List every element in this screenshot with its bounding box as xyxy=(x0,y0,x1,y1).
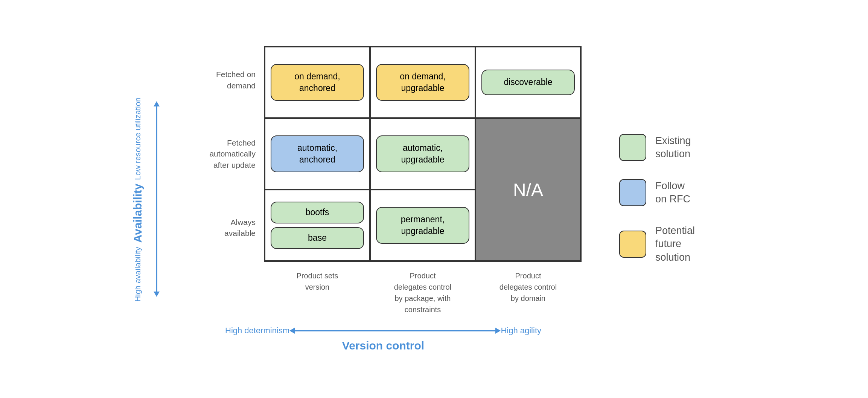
bottom-arrow-row: High determinism High agility xyxy=(225,326,541,336)
version-control-title: Version control xyxy=(342,339,424,352)
col-label-1: Productdelegates controlby package, with… xyxy=(370,270,475,315)
card-on-demand-anchored: on demand,anchored xyxy=(271,64,364,101)
col-label-2: Productdelegates controlby domain xyxy=(475,270,581,315)
legend-box-blue xyxy=(619,179,646,206)
legend-item-potential: Potentialfuturesolution xyxy=(619,224,743,264)
row-label-1: Fetchedautomaticallyafter update xyxy=(209,137,256,170)
card-on-demand-upgradable: on demand,upgradable xyxy=(376,64,469,101)
na-label: N/A xyxy=(513,179,543,200)
card-bootfs: bootfs xyxy=(271,202,364,223)
grid-with-row-labels: Fetched ondemand Fetchedautomaticallyaft… xyxy=(185,46,582,262)
card-base: base xyxy=(271,227,364,249)
legend-label-rfc: Followon RFC xyxy=(655,179,690,206)
bottom-axis: High determinism High agility Version co… xyxy=(225,326,541,352)
legend-label-potential: Potentialfuturesolution xyxy=(655,224,695,264)
card-automatic-upgradable: automatic,upgradable xyxy=(376,135,469,172)
cell-r2c0: bootfs base xyxy=(265,190,370,261)
avail-arrow xyxy=(151,101,162,297)
bottom-arrow-line xyxy=(293,330,497,331)
cell-r0c0: on demand,anchored xyxy=(265,47,370,118)
availability-axis: Low resource utilization Availability Hi… xyxy=(125,97,162,301)
card-permanent-upgradable: permanent,upgradable xyxy=(376,207,469,244)
row-label-0: Fetched ondemand xyxy=(216,69,256,91)
legend-box-green xyxy=(619,134,646,161)
legend-item-rfc: Followon RFC xyxy=(619,179,743,206)
row-label-2: Alwaysavailable xyxy=(224,217,256,239)
cell-na: N/A xyxy=(475,118,581,261)
main-content: Fetched ondemand Fetchedautomaticallyaft… xyxy=(185,46,582,352)
cell-r1c1: automatic,upgradable xyxy=(370,118,475,190)
avail-bottom-label: High availability xyxy=(133,247,142,302)
avail-title: Availability xyxy=(131,184,144,243)
col-label-0: Product setsversion xyxy=(265,270,370,315)
row-labels: Fetched ondemand Fetchedautomaticallyaft… xyxy=(185,46,264,262)
avail-top-label: Low resource utilization xyxy=(133,97,142,180)
col-labels: Product setsversion Productdelegates con… xyxy=(186,270,581,315)
cell-r0c1: on demand,upgradable xyxy=(370,47,475,118)
legend-label-existing: Existingsolution xyxy=(655,134,691,161)
page-container: Low resource utilization Availability Hi… xyxy=(0,0,868,398)
legend: Existingsolution Followon RFC Potentialf… xyxy=(619,134,743,264)
cell-r1c0: automatic,anchored xyxy=(265,118,370,190)
cell-r2c1: permanent,upgradable xyxy=(370,190,475,261)
legend-box-yellow xyxy=(619,231,646,258)
high-determinism-label: High determinism xyxy=(225,326,289,336)
avail-text-labels: Low resource utilization Availability Hi… xyxy=(125,97,151,301)
cell-r0c2: discoverable xyxy=(475,47,581,118)
card-automatic-anchored: automatic,anchored xyxy=(271,135,364,172)
card-discoverable: discoverable xyxy=(481,70,575,95)
legend-item-existing: Existingsolution xyxy=(619,134,743,161)
grid: on demand,anchored on demand,upgradable … xyxy=(264,46,582,262)
high-agility-label: High agility xyxy=(501,326,541,336)
